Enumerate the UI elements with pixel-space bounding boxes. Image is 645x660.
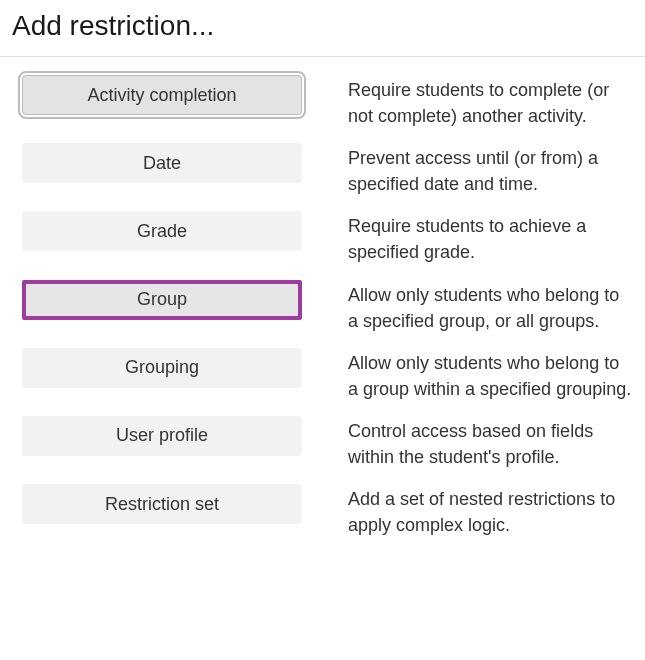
restriction-row: Group Allow only students who belong to … bbox=[12, 280, 633, 334]
restriction-row: Restriction set Add a set of nested rest… bbox=[12, 484, 633, 538]
activity-completion-button[interactable]: Activity completion bbox=[22, 75, 302, 115]
restrictions-list: Activity completion Require students to … bbox=[0, 57, 645, 538]
restriction-row: Date Prevent access until (or from) a sp… bbox=[12, 143, 633, 197]
restriction-description: Prevent access until (or from) a specifi… bbox=[348, 143, 633, 197]
restriction-description: Require students to achieve a specified … bbox=[348, 211, 633, 265]
restriction-row: Activity completion Require students to … bbox=[12, 75, 633, 129]
restriction-description: Require students to complete (or not com… bbox=[348, 75, 633, 129]
grouping-button[interactable]: Grouping bbox=[22, 348, 302, 388]
dialog-title: Add restriction... bbox=[0, 0, 645, 56]
restriction-row: User profile Control access based on fie… bbox=[12, 416, 633, 470]
grade-button[interactable]: Grade bbox=[22, 211, 302, 251]
date-button[interactable]: Date bbox=[22, 143, 302, 183]
restriction-row: Grouping Allow only students who belong … bbox=[12, 348, 633, 402]
group-button[interactable]: Group bbox=[22, 280, 302, 320]
user-profile-button[interactable]: User profile bbox=[22, 416, 302, 456]
restriction-set-button[interactable]: Restriction set bbox=[22, 484, 302, 524]
restriction-description: Allow only students who belong to a spec… bbox=[348, 280, 633, 334]
restriction-description: Add a set of nested restrictions to appl… bbox=[348, 484, 633, 538]
restriction-row: Grade Require students to achieve a spec… bbox=[12, 211, 633, 265]
restriction-description: Control access based on fields within th… bbox=[348, 416, 633, 470]
restriction-description: Allow only students who belong to a grou… bbox=[348, 348, 633, 402]
